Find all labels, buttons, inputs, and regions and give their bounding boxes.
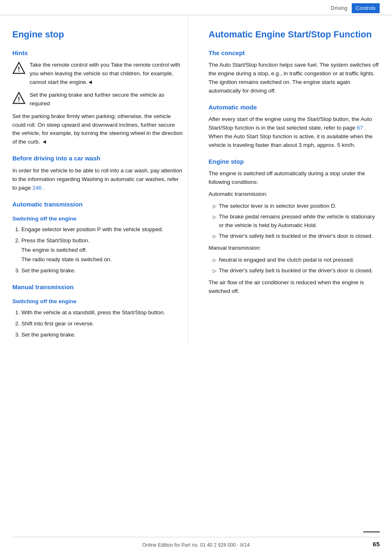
- auto-mode-body: After every start of the engine using th…: [209, 115, 380, 150]
- content-area: Engine stop Hints ! Take the remote cont…: [0, 15, 392, 343]
- warning-text-2: Set the parking brake and further secure…: [30, 91, 184, 108]
- engine-stop-title: Engine stop: [209, 157, 380, 167]
- manual-step-1: With the vehicle at a standstill, press …: [21, 309, 184, 317]
- svg-text:!: !: [18, 96, 20, 103]
- switch-off-title-1: Switching off the engine: [12, 215, 184, 223]
- warning-icon-2: !: [12, 92, 25, 105]
- auto-mode-title: Automatic mode: [209, 103, 380, 112]
- svg-text:!: !: [18, 66, 20, 73]
- carwash-body2: .: [43, 185, 45, 191]
- manual-bullet-1: Neutral is engaged and the clutch pedal …: [213, 256, 380, 265]
- warning-block-2: ! Set the parking brake and further secu…: [12, 91, 184, 108]
- engine-stop-intro: The engine is switched off automatically…: [209, 169, 380, 187]
- footer-text: Online Edition for Part no. 01 40 2 928 …: [142, 541, 250, 549]
- manual-step-2: Shift into first gear or reverse.: [21, 320, 184, 328]
- hints-title: Hints: [12, 49, 184, 58]
- auto-mode-body1: After every start of the engine using th…: [209, 116, 372, 131]
- manual-step-3-text: Set the parking brake.: [21, 332, 76, 338]
- footer-line: [363, 531, 380, 532]
- page-wrapper: Driving Controls Engine stop Hints ! Tak…: [0, 0, 392, 557]
- auto-bullet-2: The brake pedal remains pressed while th…: [213, 213, 380, 230]
- manual-bullet-2: The driver's safety belt is buckled or t…: [213, 267, 380, 275]
- right-main-title: Automatic Engine Start/Stop Function: [209, 28, 380, 41]
- carwash-body: In order for the vehicle to be able to r…: [12, 167, 184, 193]
- warning-block-1: ! Take the remote control with you Take …: [12, 61, 184, 87]
- auto-bullet-1: The selector lever is in selector lever …: [213, 202, 380, 211]
- manual-steps-list: With the vehicle at a standstill, press …: [12, 309, 184, 339]
- auto-step-2-text: Press the Start/Stop button.: [21, 237, 90, 244]
- warning-text-1: Take the remote control with you Take th…: [30, 61, 184, 87]
- footer: Online Edition for Part no. 01 40 2 928 …: [12, 537, 380, 549]
- auto-step-2-sub1: The engine is switched off.: [21, 246, 184, 255]
- manual-trans-label: Manual transmission:: [209, 244, 380, 253]
- warning2-body: Set the parking brake firmly when parkin…: [12, 112, 184, 147]
- auto-bullets-list: The selector lever is in selector lever …: [209, 202, 380, 241]
- page-number: 65: [373, 540, 380, 549]
- auto-bullet-3: The driver's safety belt is buckled or t…: [213, 232, 380, 241]
- carwash-link[interactable]: 246: [32, 185, 42, 191]
- auto-step-1: Engage selector lever position P with th…: [21, 225, 184, 234]
- manual-step-1-text: With the vehicle at a standstill, press …: [21, 309, 165, 316]
- concept-title: The concept: [209, 49, 380, 58]
- auto-trans-label: Automatic transmission:: [209, 190, 380, 199]
- left-column: Engine stop Hints ! Take the remote cont…: [12, 15, 188, 343]
- auto-steps-list: Engage selector lever position P with th…: [12, 225, 184, 275]
- manual-trans-title: Manual transmission: [12, 283, 184, 292]
- warning-icon-1: !: [12, 62, 25, 75]
- concept-body: The Auto Start/Stop function helps save …: [209, 61, 380, 95]
- left-main-title: Engine stop: [12, 28, 184, 41]
- auto-step-2: Press the Start/Stop button. The engine …: [21, 237, 184, 264]
- manual-bullets-list: Neutral is engaged and the clutch pedal …: [209, 256, 380, 275]
- switch-off-title-2: Switching off the engine: [12, 297, 184, 306]
- auto-step-3: Set the parking brake.: [21, 267, 184, 275]
- auto-trans-title: Automatic transmission: [12, 200, 184, 209]
- right-column: Automatic Engine Start/Stop Function The…: [205, 15, 380, 343]
- nav-driving[interactable]: Driving: [327, 3, 351, 13]
- auto-step-1-text: Engage selector lever position P with th…: [21, 226, 163, 232]
- manual-step-3: Set the parking brake.: [21, 331, 184, 339]
- header-nav: Driving Controls: [0, 0, 392, 15]
- auto-step-2-sub2: The radio ready state is switched on.: [21, 255, 184, 264]
- nav-controls[interactable]: Controls: [352, 3, 380, 13]
- footer-note: The air flow of the air conditioner is r…: [209, 278, 380, 296]
- auto-step-3-text: Set the parking brake.: [21, 267, 76, 274]
- auto-mode-link[interactable]: 67: [357, 125, 363, 131]
- manual-step-2-text: Shift into first gear or reverse.: [21, 320, 94, 327]
- carwash-title: Before driving into a car wash: [12, 154, 184, 163]
